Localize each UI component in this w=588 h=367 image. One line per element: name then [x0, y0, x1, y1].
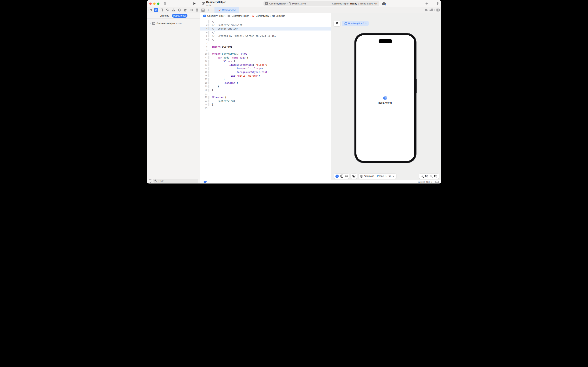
- live-preview-button[interactable]: [336, 175, 339, 178]
- breakpoint-navigator-icon[interactable]: [190, 8, 193, 12]
- line-number[interactable]: 10: [200, 53, 208, 55]
- line-number[interactable]: 12: [200, 60, 208, 62]
- debug-navigator-icon[interactable]: [184, 8, 187, 12]
- zoom-fit-button[interactable]: [429, 175, 433, 178]
- find-navigator-icon[interactable]: [166, 8, 169, 12]
- line-number[interactable]: 13: [200, 64, 208, 66]
- line-number[interactable]: 25: [200, 107, 208, 109]
- line-number[interactable]: 4: [200, 31, 208, 34]
- line-number[interactable]: 8: [200, 45, 208, 48]
- code-line[interactable]: 10struct ContentView: View {: [200, 52, 331, 56]
- breadcrumb-group[interactable]: GeometryHelper: [232, 15, 249, 17]
- code-line[interactable]: 16 Text("Hello, world!"): [200, 74, 331, 78]
- line-number[interactable]: 20: [200, 89, 208, 91]
- pin-preview-button[interactable]: [334, 21, 340, 26]
- filter-input[interactable]: [158, 179, 194, 182]
- editor-only-layout-icon[interactable]: [435, 181, 439, 183]
- breadcrumb-selection[interactable]: No Selection: [272, 15, 285, 17]
- code-line[interactable]: 3// GeometryHelper: [200, 27, 331, 31]
- code-line[interactable]: 15 .foregroundStyle(.tint): [200, 70, 331, 74]
- zoom-window-button[interactable]: [157, 2, 160, 5]
- sidebar-editor-divider[interactable]: [200, 0, 200, 184]
- code-line[interactable]: 6//: [200, 38, 331, 42]
- tab-contentview[interactable]: ContentView: [214, 7, 239, 13]
- code-line[interactable]: 11 var body: some View {: [200, 56, 331, 59]
- device-settings-button[interactable]: [351, 173, 357, 179]
- line-number[interactable]: 2: [200, 24, 208, 26]
- code-line[interactable]: 1//: [200, 20, 331, 23]
- code-line[interactable]: 18 .padding(): [200, 81, 331, 85]
- filter-field[interactable]: [153, 179, 198, 183]
- scheme-name[interactable]: GeometryHelper: [269, 2, 286, 5]
- add-tab-button[interactable]: [425, 2, 428, 5]
- line-number[interactable]: 19: [200, 85, 208, 88]
- line-number[interactable]: 11: [200, 56, 208, 59]
- add-editor-icon[interactable]: [436, 8, 440, 11]
- code-line[interactable]: 20}: [200, 88, 331, 92]
- tab-changes[interactable]: Changes: [158, 14, 171, 18]
- line-number[interactable]: 9: [200, 49, 208, 52]
- issue-navigator-icon[interactable]: [172, 8, 175, 12]
- minimap-options-icon[interactable]: [429, 8, 433, 11]
- preview-device-selector[interactable]: Automatic – iPhone 15 Pro: [358, 173, 396, 179]
- code-line[interactable]: 9: [200, 49, 331, 52]
- related-items-icon[interactable]: [202, 8, 205, 12]
- preview-tab-button[interactable]: Preview (Line 22): [342, 21, 369, 26]
- zoom-out-button[interactable]: [420, 175, 424, 178]
- tab-repositories[interactable]: Repositories: [172, 14, 187, 18]
- repository-list-item[interactable]: › GeometryHelper main: [147, 21, 200, 25]
- test-navigator-icon[interactable]: [178, 8, 181, 12]
- code-line[interactable]: 22#Preview {: [200, 95, 331, 99]
- source-control-navigator-icon[interactable]: [155, 9, 157, 11]
- line-number[interactable]: 7: [200, 42, 208, 44]
- zoom-in-button[interactable]: [434, 175, 437, 178]
- code-line[interactable]: 23 ContentView(): [200, 99, 331, 103]
- editor-swap-icon[interactable]: [424, 9, 428, 11]
- toggle-left-sidebar-icon[interactable]: [164, 2, 168, 5]
- variants-mode-button[interactable]: [345, 175, 348, 177]
- code-line[interactable]: 8import SwiftUI: [200, 45, 331, 49]
- code-line[interactable]: 2// ContentView.swift: [200, 23, 331, 27]
- project-navigator-icon[interactable]: [149, 8, 152, 12]
- minimize-window-button[interactable]: [153, 2, 156, 5]
- line-number[interactable]: 18: [200, 82, 208, 84]
- scheme-device-selector[interactable]: A GeometryHelper › iPhone 15 Pro: [265, 2, 306, 5]
- breadcrumb-project[interactable]: GeometryHelper: [207, 15, 224, 17]
- source-editor[interactable]: 1//2// ContentView.swift3// GeometryHelp…: [200, 19, 331, 180]
- selectable-mode-button[interactable]: [340, 175, 343, 178]
- code-line[interactable]: 7: [200, 42, 331, 45]
- code-line[interactable]: 17 }: [200, 78, 331, 81]
- line-number[interactable]: 15: [200, 71, 208, 73]
- report-navigator-icon[interactable]: [195, 8, 199, 12]
- run-destination[interactable]: iPhone 15 Pro: [292, 2, 306, 5]
- line-number[interactable]: 24: [200, 103, 208, 106]
- breadcrumb-file[interactable]: ContentView: [256, 15, 269, 17]
- line-number[interactable]: 21: [200, 92, 208, 95]
- code-line[interactable]: 25: [200, 106, 331, 110]
- zoom-100-button[interactable]: 1: [425, 175, 428, 178]
- line-number[interactable]: 17: [200, 78, 208, 81]
- line-number[interactable]: 1: [200, 20, 208, 23]
- activity-status-bar[interactable]: A GeometryHelper › iPhone 15 Pro Geometr…: [263, 1, 379, 6]
- code-line[interactable]: 14 .imageScale(.large): [200, 67, 331, 70]
- line-number[interactable]: 23: [200, 100, 208, 102]
- code-line[interactable]: 13 Image(systemName: "globe"): [200, 63, 331, 67]
- sidebar-options-icon[interactable]: [149, 179, 152, 183]
- code-line[interactable]: 19 }: [200, 85, 331, 88]
- line-number[interactable]: 22: [200, 96, 208, 99]
- code-line[interactable]: 4//: [200, 31, 331, 34]
- line-number[interactable]: 14: [200, 67, 208, 70]
- code-line[interactable]: 24}: [200, 103, 331, 107]
- go-forward-button[interactable]: ›: [211, 8, 213, 12]
- run-button[interactable]: [193, 2, 196, 5]
- code-line[interactable]: 21: [200, 92, 331, 96]
- line-number[interactable]: 5: [200, 35, 208, 37]
- line-number[interactable]: 6: [200, 38, 208, 41]
- close-window-button[interactable]: [149, 2, 152, 5]
- toggle-right-inspector-icon[interactable]: [435, 2, 439, 5]
- code-line[interactable]: 12 VStack {: [200, 59, 331, 63]
- disclosure-chevron-icon[interactable]: ›: [150, 22, 151, 25]
- line-number[interactable]: 3: [200, 27, 208, 30]
- go-back-button[interactable]: ‹: [208, 8, 209, 12]
- bookmarks-navigator-icon[interactable]: [160, 8, 164, 12]
